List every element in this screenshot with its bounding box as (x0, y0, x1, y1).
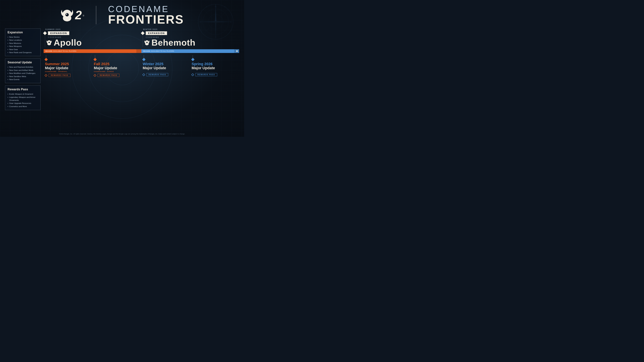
list-item: New and Reprised Activities (8, 65, 38, 68)
rewards-pass-btn-summer: REWARDS PASS (45, 74, 91, 77)
winter-season-label: WINTER 2025 (142, 28, 239, 30)
expansions-row: EXPANSION CODENAME Apollo (44, 31, 239, 48)
update-winter-2025: Winter 2025 Major Update REWARDS PASS (142, 55, 190, 132)
update-season-winter: Winter 2025 (143, 62, 189, 66)
list-item: New Sandbox Meta (8, 75, 38, 78)
apollo-name: Apollo (54, 38, 82, 47)
codename-title: CODENAME FRONTIERS (108, 5, 184, 25)
rewards-pass-label-fall: REWARDS PASS (98, 74, 120, 77)
update-season-fall: Fall 2025 (94, 62, 140, 66)
timeline-lines-container: SEASONAVAILABLE TO ALL PLAYERS SEASONAVA… (44, 49, 239, 53)
behemoth-expansion: EXPANSION CODENAME Behemoth (142, 31, 239, 47)
update-diamond-summer (44, 58, 48, 61)
list-item: Exotic Weapon & Ornament (8, 92, 38, 95)
registered-mark: ® (83, 14, 84, 17)
list-item: New Gear (8, 48, 38, 51)
legend-expansion-list: New Stories New Locations New Missions N… (8, 35, 38, 54)
svg-point-21 (49, 42, 49, 42)
footer: ©2024 Bungie, Inc. All rights reserved. … (0, 132, 244, 137)
update-type-fall: Major Update (94, 66, 140, 70)
rewards-summer: REWARDS PASS (45, 74, 91, 77)
legend-seasonal-box: Seasonal Update New and Reprised Activit… (5, 58, 40, 83)
list-item: New Missions (8, 42, 38, 45)
rewards-spring: REWARDS PASS (192, 73, 238, 76)
codename-label: CODENAME (108, 5, 184, 13)
update-summer-2025: Summer 2025 Major Update CODENAME: ARSEN… (44, 55, 92, 132)
list-item: New Events (8, 78, 38, 81)
destiny2-text: 2 (75, 8, 82, 22)
orange-season-bar: SEASONAVAILABLE TO ALL PLAYERS (44, 49, 142, 53)
list-item: Gear Upgrade Resources (8, 102, 38, 105)
logo-section: 2 ® CODENAME FRONTIERS (60, 5, 184, 25)
behemoth-diamond-icon (141, 31, 145, 35)
update-type-winter: Major Update (143, 66, 189, 70)
timeline-area: SUMMER 2025 WINTER 2025 EXPANSION CODENA… (44, 28, 239, 132)
orange-season-label: SEASONAVAILABLE TO ALL PLAYERS (45, 50, 76, 52)
svg-point-23 (146, 42, 147, 42)
rewards-diamond-spring (191, 73, 194, 76)
header-divider (96, 6, 96, 24)
rewards-pass-label-winter: REWARDS PASS (146, 73, 168, 76)
main-body: Expansion New Stories New Locations New … (0, 28, 244, 132)
apollo-name-row: Apollo (44, 38, 142, 47)
list-item: Cosmetics and More (8, 105, 38, 108)
destiny-ghost-icon (60, 8, 74, 22)
list-item: New Gear and Artifact Mods (8, 69, 38, 72)
rewards-pass-btn-winter: REWARDS PASS (143, 73, 189, 76)
rewards-diamond-fall (94, 74, 96, 77)
behemoth-destiny-icon (144, 40, 150, 45)
legend-expansion-box: Expansion New Stories New Locations New … (5, 28, 40, 56)
legend-rewards-title: Rewards Pass (8, 88, 38, 91)
list-item: New Weapons (8, 45, 38, 48)
legend-seasonal-title: Seasonal Update (8, 61, 38, 64)
list-item: New Raids and Dungeons (8, 51, 38, 54)
frontiers-label: FRONTIERS (108, 13, 184, 25)
updates-row: Summer 2025 Major Update CODENAME: ARSEN… (44, 55, 239, 132)
svg-point-19 (66, 14, 67, 15)
behemoth-expansion-tag: EXPANSION (146, 31, 167, 35)
svg-point-18 (66, 13, 69, 16)
blue-season-label: SEASONAVAILABLE TO ALL PLAYERS (143, 50, 174, 52)
update-type-spring: Major Update (192, 66, 238, 70)
update-spring-2026: Spring 2026 Major Update REWARDS PASS (190, 55, 239, 132)
rewards-pass-btn-spring: REWARDS PASS (192, 73, 238, 76)
update-type-summer: Major Update (45, 66, 91, 70)
update-season-summer: Summer 2025 (45, 62, 91, 66)
list-item: New Stories (8, 35, 38, 38)
list-item: New Locations (8, 38, 38, 41)
footer-text: ©2024 Bungie, Inc. All rights reserved. … (59, 133, 185, 135)
rewards-winter: REWARDS PASS (143, 73, 189, 76)
rewards-pass-label-spring: REWARDS PASS (196, 73, 217, 76)
update-diamond-winter (142, 58, 146, 61)
update-codename-summer: CODENAME: ARSENAL (45, 71, 91, 72)
legend-rewards-box: Rewards Pass Exotic Weapon & Ornament Le… (5, 85, 40, 110)
summer-season-label: SUMMER 2025 (44, 28, 142, 30)
apollo-diamond-icon (43, 31, 47, 35)
behemoth-name-row: Behemoth (142, 38, 239, 47)
apollo-expansion-tag: EXPANSION (48, 31, 69, 35)
update-diamond-fall (94, 58, 97, 61)
apollo-expansion-header: EXPANSION (44, 31, 142, 35)
timeline-end-dot (236, 50, 238, 52)
rewards-diamond-summer (44, 74, 48, 77)
apollo-destiny-icon (46, 40, 52, 45)
update-fall-2025: Fall 2025 Major Update CODENAME: SURGE R… (92, 55, 142, 132)
svg-point-20 (48, 42, 50, 43)
rewards-diamond-winter (142, 73, 145, 76)
legend-seasonal-list: New and Reprised Activities New Gear and… (8, 65, 38, 81)
legend-rewards-list: Exotic Weapon & Ornament Legendary Weapo… (8, 92, 38, 108)
behemoth-expansion-header: EXPANSION (142, 31, 239, 35)
list-item: New Modifiers and Challenges (8, 72, 38, 75)
rewards-pass-label-summer: REWARDS PASS (49, 74, 70, 77)
header: 2 ® CODENAME FRONTIERS (0, 0, 244, 28)
svg-point-22 (146, 42, 148, 43)
update-diamond-spring (191, 58, 194, 61)
behemoth-name: Behemoth (152, 38, 196, 47)
apollo-expansion: EXPANSION CODENAME Apollo (44, 31, 142, 47)
blue-season-bar: SEASONAVAILABLE TO ALL PLAYERS (142, 49, 239, 53)
rewards-fall: REWARDS PASS (94, 74, 140, 77)
update-season-spring: Spring 2026 (192, 62, 238, 66)
destiny-logo: 2 ® (60, 8, 84, 22)
list-item: Legendary Weapon and Armor Ornaments (8, 96, 38, 102)
update-codename-fall: CODENAME: SURGE (94, 71, 140, 72)
